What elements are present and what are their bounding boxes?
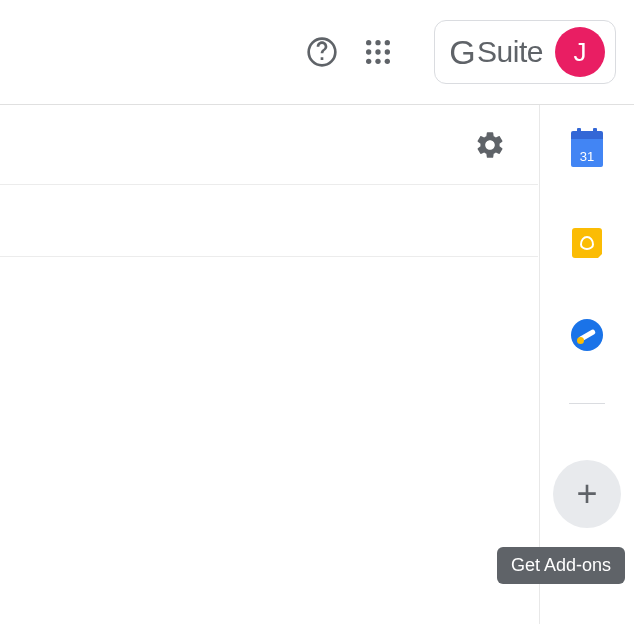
suite-text: Suite — [477, 35, 543, 69]
apps-button[interactable] — [354, 28, 402, 76]
tooltip-text: Get Add-ons — [511, 555, 611, 575]
content-area — [0, 105, 538, 624]
calendar-day: 31 — [580, 149, 594, 167]
g-logo-icon: G — [449, 33, 475, 72]
tasks-app-button[interactable] — [569, 317, 605, 353]
svg-point-5 — [385, 49, 390, 54]
svg-point-1 — [375, 40, 380, 45]
tasks-icon — [571, 319, 603, 351]
svg-point-0 — [366, 40, 371, 45]
gsuite-label: G Suite — [449, 33, 543, 72]
calendar-app-button[interactable]: 31 — [569, 133, 605, 169]
settings-button[interactable] — [470, 125, 510, 165]
svg-point-8 — [385, 59, 390, 64]
keep-app-button[interactable] — [569, 225, 605, 261]
svg-point-2 — [385, 40, 390, 45]
avatar-initial: J — [574, 37, 587, 68]
keep-icon — [572, 228, 602, 258]
calendar-icon: 31 — [571, 135, 603, 167]
svg-point-3 — [366, 49, 371, 54]
account-chip[interactable]: G Suite J — [434, 20, 616, 84]
top-bar: G Suite J — [0, 0, 634, 105]
svg-point-6 — [366, 59, 371, 64]
help-icon — [306, 36, 338, 68]
get-addons-button[interactable]: + — [553, 460, 621, 528]
list-row — [0, 185, 538, 257]
svg-point-4 — [375, 49, 380, 54]
toolbar-row — [0, 105, 538, 185]
apps-grid-icon — [362, 36, 394, 68]
svg-point-7 — [375, 59, 380, 64]
plus-icon: + — [576, 476, 597, 512]
side-panel-divider — [569, 403, 605, 404]
help-button[interactable] — [298, 28, 346, 76]
tooltip: Get Add-ons — [497, 547, 625, 584]
gear-icon — [474, 129, 506, 161]
user-avatar[interactable]: J — [555, 27, 605, 77]
